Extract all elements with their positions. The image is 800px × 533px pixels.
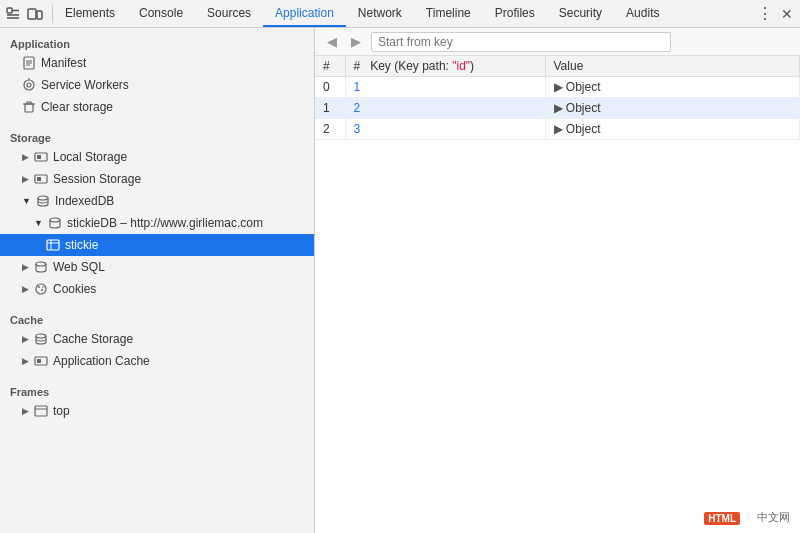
sidebar-item-cookies[interactable]: ▶ Cookies	[0, 278, 314, 300]
application-section-header: Application	[0, 32, 314, 52]
sidebar-item-stickie[interactable]: stickie	[0, 234, 314, 256]
triangle-down-icon: ▼	[22, 196, 31, 206]
row-val-0: ▶ Object	[545, 77, 800, 98]
triangle-icon: ▶	[22, 174, 29, 184]
inspect-icon[interactable]	[4, 5, 22, 23]
local-storage-label: Local Storage	[53, 150, 127, 164]
tab-timeline[interactable]: Timeline	[414, 0, 483, 27]
frames-section-header: Frames	[0, 380, 314, 400]
svg-point-24	[36, 262, 46, 266]
top-frame-label: top	[53, 404, 70, 418]
close-icon[interactable]: ✕	[778, 5, 796, 23]
cn-label: 中文网	[757, 510, 790, 525]
triangle-icon-ws: ▶	[22, 262, 29, 272]
html-badge: HTML	[704, 512, 740, 525]
triangle-icon-fr: ▶	[22, 406, 29, 416]
sidebar-item-websql[interactable]: ▶ Web SQL	[0, 256, 314, 278]
stickiedb-label: stickieDB – http://www.girliemac.com	[67, 216, 263, 230]
cache-storage-icon	[34, 332, 48, 346]
cache-storage-label: Cache Storage	[53, 332, 133, 346]
svg-rect-21	[47, 240, 59, 250]
table-row[interactable]: 2 3 ▶ Object	[315, 119, 800, 140]
triangle-icon-ck: ▶	[22, 284, 29, 294]
tab-console[interactable]: Console	[127, 0, 195, 27]
main-nav: Elements Console Sources Application Net…	[53, 0, 756, 27]
row-num-1: 1	[315, 98, 345, 119]
tab-sources[interactable]: Sources	[195, 0, 263, 27]
sidebar-item-cache-storage[interactable]: ▶ Cache Storage	[0, 328, 314, 350]
row-key-0[interactable]: 1	[345, 77, 545, 98]
col-header-value: Value	[545, 56, 800, 77]
sidebar-item-session-storage[interactable]: ▶ Session Storage	[0, 168, 314, 190]
svg-point-27	[41, 289, 43, 291]
svg-point-25	[36, 284, 46, 294]
triangle-icon-ac: ▶	[22, 356, 29, 366]
svg-point-29	[36, 334, 46, 338]
svg-rect-32	[35, 406, 47, 416]
triangle-icon-cs: ▶	[22, 334, 29, 344]
tab-security[interactable]: Security	[547, 0, 614, 27]
local-storage-icon	[34, 150, 48, 164]
sidebar-item-service-workers[interactable]: Service Workers	[0, 74, 314, 96]
manifest-icon	[22, 56, 36, 70]
sidebar-item-indexeddb[interactable]: ▼ IndexedDB	[0, 190, 314, 212]
svg-point-28	[42, 286, 44, 288]
indexeddb-table: # # Key (Key path: "id") Value 0 1 ▶ Obj…	[315, 56, 800, 140]
more-icon[interactable]: ⋮	[756, 5, 774, 23]
cookies-icon	[34, 282, 48, 296]
sidebar-item-local-storage[interactable]: ▶ Local Storage	[0, 146, 314, 168]
next-arrow[interactable]: ▶	[347, 33, 365, 51]
sidebar-item-manifest[interactable]: Manifest	[0, 52, 314, 74]
sidebar-item-stickiedb[interactable]: ▼ stickieDB – http://www.girliemac.com	[0, 212, 314, 234]
storage-section-header: Storage	[0, 126, 314, 146]
row-key-1[interactable]: 2	[345, 98, 545, 119]
triangle-down-icon-2: ▼	[34, 218, 43, 228]
manifest-label: Manifest	[41, 56, 86, 70]
stickie-table-icon	[46, 238, 60, 252]
app-cache-icon	[34, 354, 48, 368]
websql-icon	[34, 260, 48, 274]
sidebar-item-clear-storage[interactable]: Clear storage	[0, 96, 314, 118]
svg-point-11	[27, 83, 31, 87]
tab-audits[interactable]: Audits	[614, 0, 671, 27]
websql-label: Web SQL	[53, 260, 105, 274]
row-val-1: ▶ Object	[545, 98, 800, 119]
content-toolbar: ◀ ▶	[315, 28, 800, 56]
svg-rect-4	[28, 9, 36, 19]
toolbar-icon-group	[4, 5, 53, 23]
clear-storage-icon	[22, 100, 36, 114]
col-header-num: #	[315, 56, 345, 77]
tab-application[interactable]: Application	[263, 0, 346, 27]
triangle-icon: ▶	[22, 152, 29, 162]
svg-rect-13	[25, 104, 33, 112]
svg-rect-5	[37, 11, 42, 19]
row-key-2[interactable]: 3	[345, 119, 545, 140]
indexeddb-label: IndexedDB	[55, 194, 114, 208]
svg-point-19	[38, 196, 48, 200]
tab-profiles[interactable]: Profiles	[483, 0, 547, 27]
svg-point-26	[38, 286, 40, 288]
svg-rect-16	[37, 155, 41, 159]
row-val-2: ▶ Object	[545, 119, 800, 140]
sidebar-item-top[interactable]: ▶ top	[0, 400, 314, 422]
frame-icon	[34, 404, 48, 418]
device-icon[interactable]	[26, 5, 44, 23]
content-area: ◀ ▶ # # Key (Key path: "id") Value 0 1 ▶…	[315, 28, 800, 533]
table-row[interactable]: 0 1 ▶ Object	[315, 77, 800, 98]
tab-network[interactable]: Network	[346, 0, 414, 27]
cache-section-header: Cache	[0, 308, 314, 328]
svg-rect-18	[37, 177, 41, 181]
session-storage-icon	[34, 172, 48, 186]
clear-storage-label: Clear storage	[41, 100, 113, 114]
start-from-key-input[interactable]	[371, 32, 671, 52]
app-cache-label: Application Cache	[53, 354, 150, 368]
table-row[interactable]: 1 2 ▶ Object	[315, 98, 800, 119]
row-num-0: 0	[315, 77, 345, 98]
prev-arrow[interactable]: ◀	[323, 33, 341, 51]
main-layout: Application Manifest Service Workers Cle…	[0, 28, 800, 533]
tab-elements[interactable]: Elements	[53, 0, 127, 27]
stickie-label: stickie	[65, 238, 98, 252]
sidebar-item-app-cache[interactable]: ▶ Application Cache	[0, 350, 314, 372]
session-storage-label: Session Storage	[53, 172, 141, 186]
devtools-toolbar: Elements Console Sources Application Net…	[0, 0, 800, 28]
